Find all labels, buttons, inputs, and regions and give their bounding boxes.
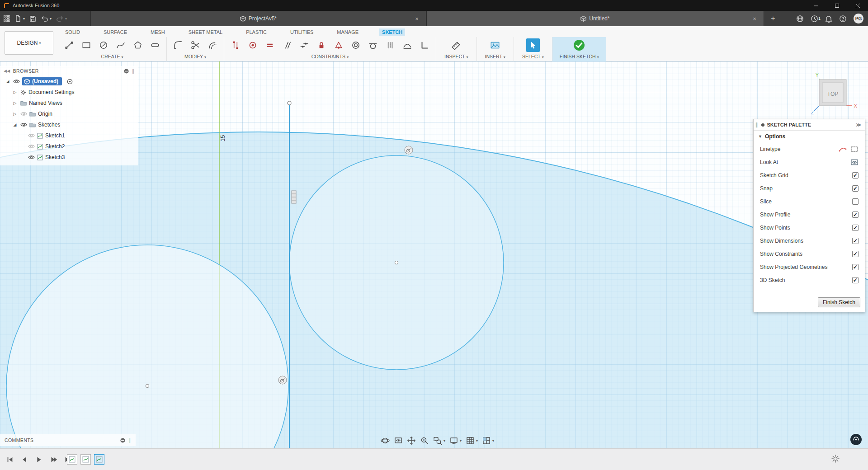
tangent-constraint-badge[interactable] <box>278 376 287 384</box>
comments-options-icon[interactable] <box>120 437 126 443</box>
parallel-constraint-icon[interactable] <box>280 38 294 52</box>
comments-bar[interactable]: COMMENTS ∥ <box>0 434 136 446</box>
timeline-sketch-feature[interactable] <box>80 454 91 465</box>
3d-sketch-checkbox[interactable] <box>852 277 859 283</box>
panel-resize-grip[interactable]: ∥ <box>132 68 135 74</box>
tab-sheet-metal[interactable]: SHEET METAL <box>186 28 225 36</box>
tangent-constraint-badge[interactable] <box>405 146 413 154</box>
visibility-eye-icon[interactable] <box>20 111 27 117</box>
visibility-eye-icon[interactable] <box>28 133 35 138</box>
minimize-button[interactable] <box>806 0 826 11</box>
visibility-eye-icon[interactable] <box>20 122 27 127</box>
browser-options-icon[interactable] <box>123 68 129 74</box>
insert-menu[interactable]: INSERT▾ <box>485 54 505 59</box>
notifications-bell-icon[interactable] <box>825 15 832 23</box>
timeline-skip-start-icon[interactable] <box>5 454 15 465</box>
maximize-button[interactable] <box>826 0 847 11</box>
help-icon[interactable] <box>839 15 847 23</box>
circle-center-point[interactable] <box>395 261 398 264</box>
show-constraints-checkbox[interactable] <box>852 251 859 257</box>
orbit-icon[interactable] <box>381 435 390 446</box>
file-menu-icon[interactable]: ▾ <box>14 11 25 26</box>
visibility-eye-icon[interactable] <box>28 155 35 160</box>
user-avatar[interactable]: PG <box>854 14 863 24</box>
tab-solid[interactable]: SOLID <box>62 28 83 36</box>
workspace-selector[interactable]: DESIGN▾ <box>5 31 53 55</box>
tab-plastic[interactable]: PLASTIC <box>243 28 269 36</box>
document-tab-projectav5[interactable]: ProjectAv5* × <box>90 11 426 26</box>
dimension-grip-icon[interactable] <box>292 191 296 203</box>
timeline-step-forward-icon[interactable] <box>48 454 59 465</box>
collinear-constraint-icon[interactable] <box>297 38 311 52</box>
panel-resize-grip[interactable]: ∥ <box>755 122 758 128</box>
show-points-checkbox[interactable] <box>852 225 859 231</box>
browser-item-sketch2[interactable]: Sketch2 <box>0 141 138 152</box>
timeline-settings-gear-icon[interactable] <box>831 454 840 463</box>
tab-sketch[interactable]: SKETCH <box>379 28 405 36</box>
browser-item-sketches[interactable]: ◢ Sketches <box>0 119 138 130</box>
close-tab-icon[interactable]: × <box>413 15 420 22</box>
select-cursor-icon[interactable] <box>526 38 540 52</box>
zoom-icon[interactable] <box>420 435 429 446</box>
visibility-eye-icon[interactable] <box>13 79 20 84</box>
collapse-icon[interactable]: ◢ <box>12 122 18 127</box>
circle-tool-icon[interactable] <box>97 38 110 52</box>
pan-icon[interactable] <box>407 435 416 446</box>
offset-tool-icon[interactable] <box>206 38 219 52</box>
select-menu[interactable]: SELECT▾ <box>522 54 544 59</box>
options-section-header[interactable]: ▼ Options <box>754 131 865 142</box>
timeline-step-back-icon[interactable] <box>19 454 30 465</box>
browser-item-sketch3[interactable]: Sketch3 <box>0 152 138 163</box>
fillet-tool-icon[interactable] <box>171 38 185 52</box>
tangent-constraint-icon[interactable] <box>366 38 380 52</box>
slice-checkbox[interactable] <box>852 198 859 205</box>
fix-constraint-icon[interactable] <box>315 38 328 52</box>
browser-item-named-views[interactable]: ▷ Named Views <box>0 98 138 108</box>
in-canvas-notification-icon[interactable] <box>850 434 862 445</box>
circle-center-point[interactable] <box>146 385 149 388</box>
trim-scissors-icon[interactable] <box>189 38 202 52</box>
curvature-constraint-icon[interactable] <box>401 38 414 52</box>
line-tool-icon[interactable] <box>62 38 76 52</box>
expand-icon[interactable]: ▷ <box>12 101 18 105</box>
expand-icon[interactable]: ▷ <box>12 90 18 94</box>
close-button[interactable] <box>847 0 868 11</box>
viewports-icon[interactable]: ▾ <box>482 435 494 446</box>
symmetry-constraint-icon[interactable] <box>383 38 397 52</box>
collapse-browser-icon[interactable]: ◀◀ <box>4 69 10 73</box>
job-status-clock-icon[interactable]: 1 <box>811 15 818 23</box>
show-dimensions-checkbox[interactable] <box>852 238 859 244</box>
constraints-menu[interactable]: CONSTRAINTS▾ <box>311 54 349 59</box>
look-at-icon[interactable] <box>850 159 859 166</box>
timeline-sketch-feature-selected[interactable] <box>94 454 104 465</box>
concentric-constraint-icon[interactable] <box>349 38 363 52</box>
perpendicular-constraint-icon[interactable] <box>418 38 431 52</box>
activate-radio-icon[interactable] <box>67 79 73 85</box>
measure-tool-icon[interactable] <box>449 38 463 52</box>
app-grid-icon[interactable] <box>4 11 10 26</box>
expand-icon[interactable]: ▷ <box>12 112 18 116</box>
snap-checkbox[interactable] <box>852 185 859 192</box>
new-tab-button[interactable]: + <box>769 14 778 23</box>
equal-constraint-icon[interactable] <box>263 38 277 52</box>
inspect-menu[interactable]: INSPECT▾ <box>444 54 468 59</box>
insert-image-icon[interactable] <box>488 38 502 52</box>
tab-mesh[interactable]: MESH <box>148 28 168 36</box>
midpoint-constraint-icon[interactable] <box>332 38 345 52</box>
tab-manage[interactable]: MANAGE <box>334 28 361 36</box>
modify-menu[interactable]: MODIFY▾ <box>184 54 206 59</box>
centerline-linetype-icon[interactable] <box>850 146 859 153</box>
tab-surface[interactable]: SURFACE <box>101 28 130 36</box>
spline-tool-icon[interactable] <box>114 38 127 52</box>
rectangle-tool-icon[interactable] <box>80 38 93 52</box>
slot-tool-icon[interactable] <box>148 38 162 52</box>
timeline-sketch-feature[interactable] <box>67 454 77 465</box>
view-cube[interactable]: TOP Y X Z <box>810 71 861 115</box>
browser-item-origin[interactable]: ▷ Origin <box>0 108 138 119</box>
tab-utilities[interactable]: UTILITIES <box>288 28 316 36</box>
zoom-window-icon[interactable]: ▾ <box>433 435 445 446</box>
undo-icon[interactable]: ▾ <box>41 11 52 26</box>
finish-sketch-check-icon[interactable] <box>572 38 586 52</box>
timeline-play-icon[interactable] <box>33 454 44 465</box>
display-settings-icon[interactable]: ▾ <box>449 435 462 446</box>
